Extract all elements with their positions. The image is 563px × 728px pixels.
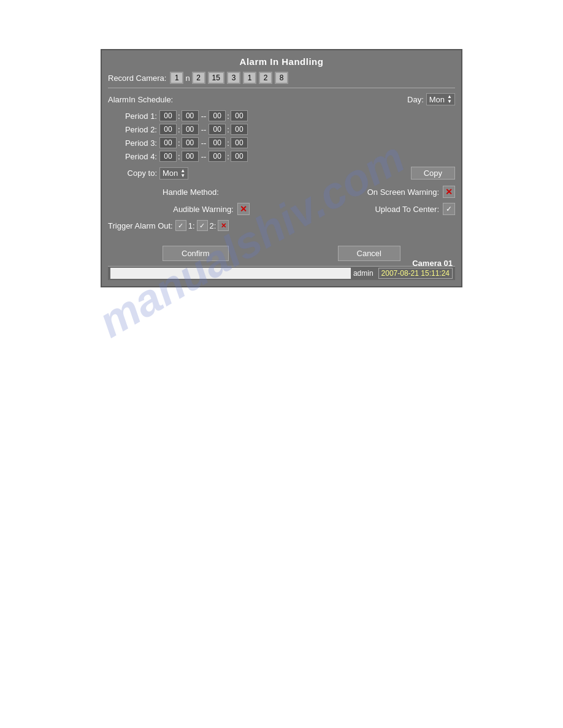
- period-1-m1[interactable]: [182, 110, 199, 121]
- period-row-4: Period 4: : -- :: [108, 151, 455, 162]
- upload-to-center-label: Upload To Center:: [375, 205, 439, 214]
- trigger-alarm-1-checkbox[interactable]: ✓: [197, 220, 208, 231]
- colon-sep-1: :: [178, 112, 180, 121]
- period-4-label: Period 4:: [108, 152, 157, 161]
- period-1-h1[interactable]: [159, 110, 177, 121]
- copy-to-select[interactable]: Mon ▲ ▼: [159, 167, 188, 180]
- period-2-m2[interactable]: [231, 124, 248, 135]
- schedule-row: AlarmIn Schedule: Day: Mon ▲ ▼: [108, 93, 455, 105]
- copy-to-spinner[interactable]: ▲ ▼: [180, 169, 185, 178]
- period-2-m1[interactable]: [182, 124, 199, 135]
- camera-btn-2b[interactable]: 2: [259, 72, 272, 84]
- trigger-2-label: 2:: [210, 221, 216, 230]
- period-2-label: Period 2:: [108, 125, 157, 134]
- camera-btn-5[interactable]: 15: [208, 72, 224, 84]
- period-2-h2[interactable]: [209, 124, 226, 135]
- period-row-2: Period 2: : -- :: [108, 124, 455, 135]
- period-4-m1[interactable]: [182, 151, 199, 162]
- status-left-area: [110, 268, 351, 279]
- periods-container: Period 1: : -- : Period 2: : -- : Period…: [108, 110, 455, 162]
- alarm-in-handling-dialog: Alarm In Handling Record Camera: 1 n 2 1…: [101, 49, 462, 287]
- status-bar: admin 2007-08-21 15:11:24: [108, 266, 455, 280]
- period-3-m1[interactable]: [182, 137, 199, 148]
- period-row-3: Period 3: : -- :: [108, 137, 455, 148]
- copy-to-label: Copy to:: [108, 169, 157, 178]
- period-3-h1[interactable]: [159, 137, 177, 148]
- period-3-m2[interactable]: [231, 137, 248, 148]
- camera-row: Record Camera: 1 n 2 15 3 1 2 8: [108, 72, 455, 88]
- trigger-alarm-label: Trigger Alarm Out:: [108, 221, 173, 230]
- audible-warning-label: Audible Warning:: [108, 205, 234, 214]
- camera-btn-2[interactable]: 2: [192, 72, 205, 84]
- bottom-buttons-row: Confirm Cancel Camera 01: [108, 246, 455, 261]
- on-screen-warning-label: On Screen Warning:: [274, 188, 439, 197]
- period-4-m2[interactable]: [231, 151, 248, 162]
- trigger-1-label: 1:: [188, 221, 195, 230]
- cancel-button[interactable]: Cancel: [338, 246, 400, 261]
- dash-1: --: [201, 112, 207, 121]
- confirm-button[interactable]: Confirm: [163, 246, 229, 261]
- day-spinner[interactable]: ▲ ▼: [447, 94, 452, 104]
- period-row-1: Period 1: : -- :: [108, 110, 455, 121]
- handle-method-label: Handle Method:: [108, 188, 274, 197]
- period-4-h2[interactable]: [209, 151, 226, 162]
- audible-warning-checkbox[interactable]: ✕: [237, 203, 250, 215]
- period-2-h1[interactable]: [159, 124, 177, 135]
- trigger-alarm-0-checkbox[interactable]: ✓: [175, 220, 186, 231]
- schedule-label: AlarmIn Schedule:: [108, 95, 407, 104]
- on-screen-warning-checkbox[interactable]: ✕: [443, 186, 455, 198]
- status-user: admin: [353, 269, 373, 278]
- copy-to-value: Mon: [163, 169, 178, 178]
- period-1-h2[interactable]: [209, 110, 226, 121]
- camera-overlay-label: Camera 01: [412, 259, 453, 268]
- camera-btn-1b[interactable]: 1: [243, 72, 256, 84]
- period-1-label: Period 1:: [108, 112, 157, 121]
- colon-sep-1b: :: [227, 112, 229, 121]
- period-1-m2[interactable]: [231, 110, 248, 121]
- upload-to-center-checkbox[interactable]: ✓: [443, 203, 455, 215]
- period-4-h1[interactable]: [159, 151, 177, 162]
- day-label: Day:: [407, 95, 424, 104]
- camera-btn-1[interactable]: 1: [170, 72, 183, 84]
- record-camera-label: Record Camera:: [108, 74, 166, 83]
- camera-btn-8[interactable]: 8: [275, 72, 288, 84]
- day-select-text: Mon: [429, 95, 445, 104]
- copy-button[interactable]: Copy: [411, 167, 455, 180]
- trigger-alarm-2-checkbox[interactable]: ✕: [218, 220, 229, 231]
- dialog-title: Alarm In Handling: [108, 56, 455, 67]
- copy-row: Copy to: Mon ▲ ▼ Copy: [108, 167, 455, 180]
- camera-btn-3[interactable]: 3: [227, 72, 240, 84]
- day-select[interactable]: Mon ▲ ▼: [426, 93, 455, 105]
- period-3-h2[interactable]: [209, 137, 226, 148]
- period-3-label: Period 3:: [108, 138, 157, 148]
- status-time: 2007-08-21 15:11:24: [378, 268, 453, 279]
